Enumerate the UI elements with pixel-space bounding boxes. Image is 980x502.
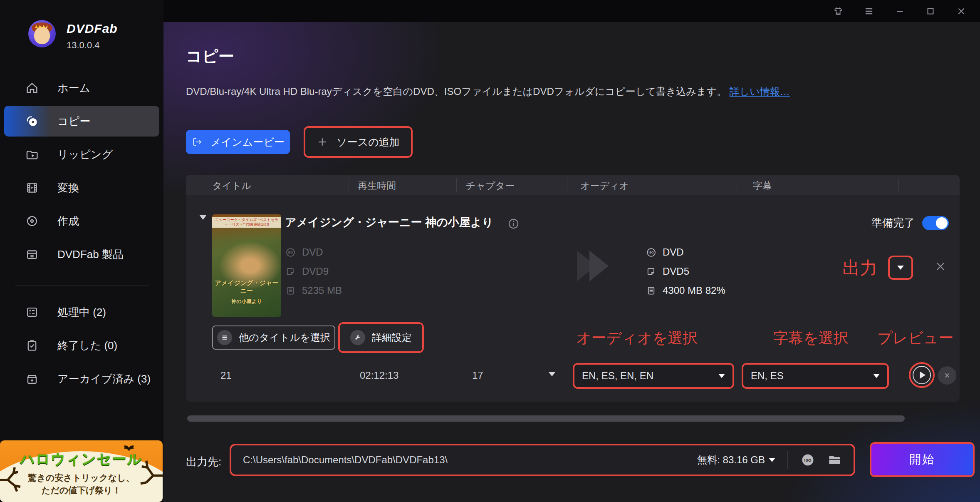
sidebar-item-label: コピー: [57, 114, 90, 129]
output-disc: DVD5: [663, 266, 689, 277]
close-icon[interactable]: [956, 6, 967, 17]
main-movie-button[interactable]: メインムービー: [186, 130, 290, 154]
halloween-sale-banner[interactable]: ハロウィンセール 驚きの安さトリックなし、 ただの値下げ祭り！: [0, 440, 163, 502]
svg-text:ISO: ISO: [648, 251, 654, 254]
app-window: DVDFab 13.0.0.4 ホーム コピー リッピン: [0, 0, 980, 502]
size-list-icon: [285, 285, 296, 296]
title-list-card: タイトル 再生時間 チャプター オーディオ 字幕 ニューヨーク・タイムズ “ベス…: [186, 175, 960, 402]
sidebar-item-ripper[interactable]: リッピング: [0, 138, 163, 171]
free-space-value: 無料: 83.16 GB: [697, 453, 765, 467]
plus-icon: [317, 136, 328, 148]
subtitle-select[interactable]: EN, ES: [743, 365, 887, 387]
fast-forward-icon: [577, 251, 609, 281]
source-format-row: ISO DVD: [285, 245, 323, 260]
svg-text:ISO: ISO: [288, 251, 293, 254]
header-separator: [737, 178, 737, 191]
sidebar-item-products[interactable]: DVDFab 製品: [0, 238, 163, 271]
sidebar: DVDFab 13.0.0.4 ホーム コピー リッピン: [0, 0, 163, 502]
advanced-settings-button[interactable]: 詳細設定: [340, 324, 422, 351]
remove-row-button[interactable]: [938, 366, 956, 385]
sidebar-item-archived[interactable]: アーカイブ済み (3): [0, 362, 163, 395]
annotation-select-subtitle: 字幕を選択: [773, 328, 849, 348]
output-destination-label: 出力先:: [186, 455, 221, 469]
title-number-cell: 21: [220, 370, 232, 381]
sidebar-nav: ホーム コピー リッピング 変換: [0, 71, 163, 271]
header-separator: [898, 178, 899, 191]
theme-shirt-icon[interactable]: [833, 6, 844, 17]
add-source-button[interactable]: ソースの追加: [305, 128, 411, 156]
column-header-subtitle: 字幕: [753, 179, 772, 192]
ready-toggle[interactable]: [922, 216, 949, 230]
ripper-folder-icon: [25, 147, 39, 162]
sidebar-item-copy[interactable]: コピー: [0, 104, 163, 138]
chapters-cell: 17: [472, 370, 483, 381]
play-icon: [920, 371, 926, 379]
page-title: コピー: [186, 46, 234, 67]
title-list-icon: [217, 330, 232, 345]
creator-disc-icon: [25, 214, 39, 228]
save-as-iso-button[interactable]: ISO: [800, 452, 815, 467]
subtitle-select-value: EN, ES: [751, 370, 784, 382]
description-text: DVD/Blu-ray/4K Ultra HD Blu-rayディスクを空白のD…: [186, 86, 727, 97]
svg-text:ISO: ISO: [804, 458, 811, 462]
preview-play-button[interactable]: [913, 366, 931, 384]
chevron-down-icon: [897, 266, 904, 270]
movie-title: アメイジング・ジャーニー 神の小屋より: [285, 215, 493, 230]
column-header-duration: 再生時間: [358, 179, 396, 192]
iso-disc-icon: ISO: [646, 247, 657, 258]
annotation-box-output-path: C:\Users\fab\Documents\DVDFab\DVDFab13\ …: [230, 444, 855, 476]
main-movie-label: メインムービー: [210, 135, 285, 149]
app-name: DVDFab: [67, 22, 118, 36]
sidebar-item-label: 変換: [57, 181, 79, 195]
iso-disc-icon: ISO: [285, 247, 296, 258]
annotation-box-preview: [909, 362, 935, 388]
disc-type-icon: [646, 266, 657, 277]
free-space-dropdown[interactable]: 無料: 83.16 GB: [697, 453, 775, 467]
choose-other-titles-button[interactable]: 他のタイトルを選択: [212, 326, 335, 350]
annotation-output-label: 出力: [842, 256, 877, 280]
main-content: コピー DVD/Blu-ray/4K Ultra HD Blu-rayディスクを…: [163, 0, 980, 502]
annotation-box-advanced-settings: 詳細設定: [338, 322, 424, 353]
sidebar-item-processing[interactable]: 処理中 (2): [0, 296, 163, 329]
titlebar: [163, 0, 980, 22]
maximize-icon[interactable]: [925, 6, 936, 17]
choose-other-titles-label: 他のタイトルを選択: [239, 331, 330, 344]
sidebar-item-finished[interactable]: 終了した (0): [0, 329, 163, 362]
chevron-down-icon: [769, 458, 775, 462]
header-separator: [456, 178, 457, 191]
archive-box-icon: [25, 372, 39, 386]
minimize-icon[interactable]: [894, 6, 905, 17]
movie-poster: ニューヨーク・タイムズ “ベストセラー・リスト” 70週連続1位!! アメイジン…: [212, 214, 281, 317]
collapse-row-caret[interactable]: [199, 215, 207, 220]
start-button[interactable]: 開始: [871, 444, 973, 475]
output-path-value[interactable]: C:\Users\fab\Documents\DVDFab\DVDFab13\: [243, 454, 448, 466]
sidebar-item-label: 終了した (0): [57, 338, 117, 353]
sidebar-item-creator[interactable]: 作成: [0, 204, 163, 238]
output-path-field: C:\Users\fab\Documents\DVDFab\DVDFab13\ …: [231, 445, 854, 475]
sidebar-divider: [15, 286, 149, 286]
add-source-label: ソースの追加: [337, 135, 400, 149]
horizontal-scrollbar[interactable]: [187, 415, 905, 422]
audio-select-value: EN, ES, EN, EN: [582, 370, 653, 382]
sidebar-item-home[interactable]: ホーム: [0, 71, 163, 104]
wrench-icon: [350, 330, 365, 345]
output-disc-row: DVD5: [646, 264, 689, 279]
chapters-dropdown-caret[interactable]: [549, 372, 555, 376]
remove-title-icon[interactable]: [934, 260, 947, 273]
sidebar-item-converter[interactable]: 変換: [0, 171, 163, 204]
annotation-box-audio-select: EN, ES, EN, EN: [573, 363, 734, 389]
save-to-folder-button[interactable]: [827, 452, 842, 467]
menu-icon[interactable]: [864, 6, 874, 17]
audio-select[interactable]: EN, ES, EN, EN: [574, 365, 733, 387]
annotation-select-audio: オーディオを選択: [576, 328, 698, 348]
main-movie-icon: [191, 136, 203, 148]
annotation-box-start: 開始: [870, 442, 975, 477]
chevron-down-icon: [718, 374, 725, 378]
ready-label: 準備完了: [871, 216, 915, 230]
column-header-chapters: チャプター: [466, 179, 515, 192]
more-info-link[interactable]: 詳しい情報…: [730, 86, 790, 97]
source-disc: DVD9: [302, 266, 329, 277]
info-icon[interactable]: [507, 217, 520, 230]
page-description: DVD/Blu-ray/4K Ultra HD Blu-rayディスクを空白のD…: [186, 85, 790, 98]
output-profile-dropdown[interactable]: [888, 256, 913, 280]
